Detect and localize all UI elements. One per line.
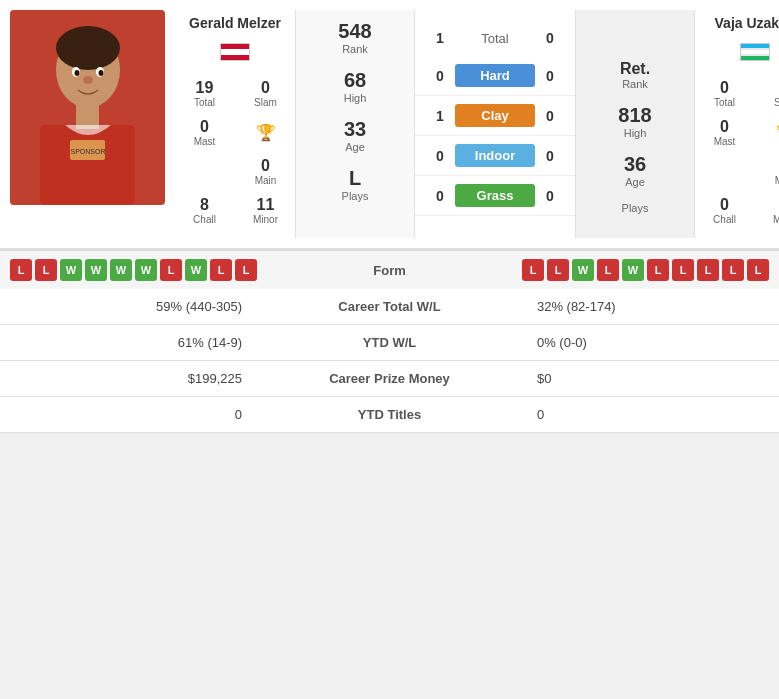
svg-point-9 [75,70,80,76]
svg-rect-3 [40,125,135,205]
stats-right-value: 0% (0-0) [522,325,779,361]
right-chall-cell: 0 Chall [695,192,754,229]
left-slam-value: 0 [238,79,293,97]
right-mast-cell: 0 Mast [695,114,754,151]
left-form-badges: LLWWWWLWLL [10,259,257,281]
right-rank: Ret. Rank [620,60,650,90]
form-badge-w: W [60,259,82,281]
right-slam-value: 0 [758,79,779,97]
svg-point-2 [56,26,120,70]
left-slam-label: Slam [238,97,293,108]
stats-right-value: $0 [522,361,779,397]
clay-row: 1 Clay 0 [415,96,575,136]
form-badge-l: L [647,259,669,281]
stats-row: 61% (14-9) YTD W/L 0% (0-0) [0,325,779,361]
right-main-value: 0 [758,157,779,175]
total-right-score: 0 [535,30,565,46]
middle-rank: 548 Rank [338,20,371,55]
right-player-stats-grid: 0 Total 0 Slam 0 Mast 🏆 0 Main [695,75,779,229]
grass-left-score: 0 [425,188,455,204]
right-player-stats: Vaja Uzakov 0 Total 0 Slam 0 Mast 🏆 [695,10,779,238]
middle-age: 33 Age [344,118,366,153]
right-stats-panel: Ret. Rank 818 High 36 Age Plays [575,10,695,238]
right-trophy-cell: 🏆 [756,114,779,151]
right-chall-label: Chall [697,214,752,225]
right-player-flag [740,43,770,61]
left-chall-cell: 8 Chall [175,192,234,229]
middle-high-label: High [344,92,367,104]
stats-row: $199,225 Career Prize Money $0 [0,361,779,397]
form-badge-l: L [597,259,619,281]
form-badge-l: L [547,259,569,281]
form-badge-l: L [697,259,719,281]
stats-left-value: $199,225 [0,361,257,397]
stats-center-label: Career Prize Money [257,361,522,397]
left-slam-cell: 0 Slam [236,75,295,112]
right-rank-value: Ret. [620,60,650,78]
left-player-image: SPONSOR [10,10,165,205]
right-main-cell: 0 Main [756,153,779,190]
left-main-cell: 0 Main [236,153,295,190]
right-total-label: Total [697,97,752,108]
right-form-badges: LLWLWLLLLL [522,259,769,281]
hard-right-score: 0 [535,68,565,84]
player-comparison: SPONSOR Gerald Melzer 19 [0,0,779,249]
left-trophy-icon: 🏆 [256,123,276,142]
svg-point-10 [99,70,104,76]
right-player-header: Vaja Uzakov [710,15,779,65]
left-total-cell: 19 Total [175,75,234,112]
form-badge-l: L [747,259,769,281]
left-mast-label: Mast [177,136,232,147]
left-trophy-cell: 🏆 [236,114,295,151]
left-total-value: 19 [177,79,232,97]
form-badge-w: W [85,259,107,281]
stats-center-label: Career Total W/L [257,289,522,325]
middle-plays: L Plays [342,167,369,202]
left-player-stats: Gerald Melzer 19 Total 0 Slam 0 Mast 🏆 [175,10,295,238]
left-mast-value: 0 [177,118,232,136]
form-label: Form [350,263,430,278]
clay-badge: Clay [455,104,535,127]
grass-right-score: 0 [535,188,565,204]
left-player-name: Gerald Melzer [184,15,286,31]
middle-age-value: 33 [344,118,366,141]
grass-badge: Grass [455,184,535,207]
right-trophy-icon: 🏆 [776,123,780,142]
right-player-name: Vaja Uzakov [710,15,779,31]
right-mast-label: Mast [697,136,752,147]
clay-left-score: 1 [425,108,455,124]
right-minor-label: Minor [758,214,779,225]
indoor-row: 0 Indoor 0 [415,136,575,176]
indoor-badge: Indoor [455,144,535,167]
form-badge-l: L [210,259,232,281]
middle-high: 68 High [344,69,367,104]
total-left-score: 1 [425,30,455,46]
right-minor-value: 0 [758,196,779,214]
hard-row: 0 Hard 0 [415,56,575,96]
left-total-label: Total [177,97,232,108]
svg-point-11 [83,76,93,84]
form-badge-l: L [35,259,57,281]
right-rank-label: Rank [620,78,650,90]
stats-left-value: 0 [0,397,257,433]
stats-table: 59% (440-305) Career Total W/L 32% (82-1… [0,289,779,433]
right-mast-value: 0 [697,118,752,136]
middle-plays-label: Plays [342,190,369,202]
left-minor-cell: 11 Minor [236,192,295,229]
form-badge-w: W [572,259,594,281]
grass-row: 0 Grass 0 [415,176,575,216]
right-age: 36 Age [624,153,646,188]
stats-right-value: 32% (82-174) [522,289,779,325]
left-chall-label: Chall [177,214,232,225]
left-minor-value: 11 [238,196,293,214]
left-minor-label: Minor [238,214,293,225]
stats-left-value: 59% (440-305) [0,289,257,325]
form-badge-l: L [10,259,32,281]
left-player-header: Gerald Melzer [184,15,286,65]
left-player-photo: SPONSOR [0,10,175,238]
form-badge-w: W [185,259,207,281]
right-age-value: 36 [624,153,646,176]
right-high-value: 818 [618,104,651,127]
form-badge-l: L [672,259,694,281]
right-high: 818 High [618,104,651,139]
